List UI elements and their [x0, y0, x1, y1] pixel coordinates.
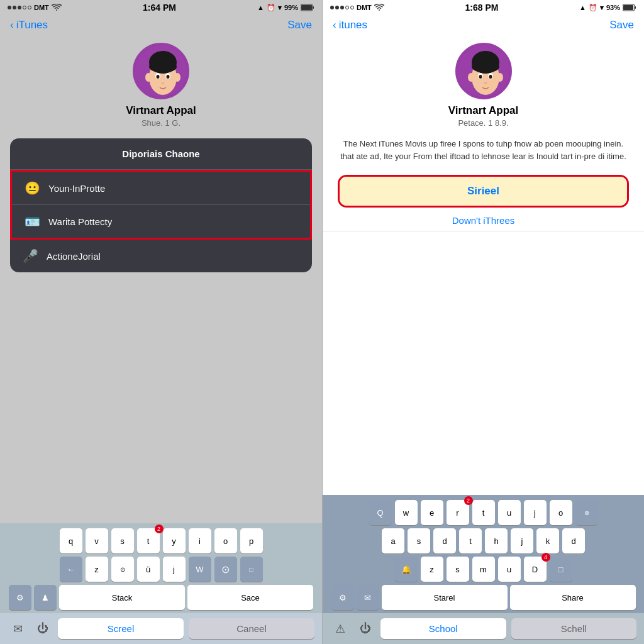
svg-point-11: [145, 73, 152, 82]
keyboard-right: Q w e r 2 t u j o ⊕ a s d t h j k d 🔔: [323, 495, 644, 613]
chevron-left-icon-right: ‹: [333, 19, 336, 31]
key-m-r[interactable]: m: [472, 557, 495, 582]
action-button-right[interactable]: Sirieel: [340, 177, 627, 206]
key-sace[interactable]: Sace: [187, 585, 313, 610]
modal-sheet-left: Diporiais Chaone 😐 Youn·InProtte 🪪 Warit…: [10, 138, 312, 272]
key-z-r[interactable]: z: [421, 557, 443, 582]
alarm-icon-right: ⏰: [589, 4, 597, 12]
location-icon-left: ▲: [257, 4, 264, 11]
action-button-highlight: Sirieel: [338, 175, 629, 208]
badge-t: 2: [155, 525, 164, 533]
schell-button[interactable]: Schell: [511, 618, 637, 639]
key-d2-r[interactable]: d: [562, 528, 585, 553]
key-rect-r[interactable]: □: [550, 557, 572, 582]
school-button[interactable]: School: [380, 618, 506, 639]
key-u2-r[interactable]: u: [498, 557, 521, 582]
alarm-icon-left: ⏰: [267, 4, 275, 12]
save-button-left[interactable]: Save: [287, 19, 312, 31]
bottom-bar-right: ⚠ ⏻ School Schell: [323, 613, 644, 644]
key-j-r[interactable]: j: [524, 500, 547, 525]
mail-icon-left[interactable]: ✉: [8, 619, 28, 639]
battery-right: 93%: [606, 4, 620, 11]
key-bell-r[interactable]: 🔔: [395, 557, 418, 582]
right-content: Virtnart Appal Petace. 1 8.9. The Next i…: [323, 35, 644, 495]
wifi-icon-left2: ▾: [278, 4, 282, 12]
profile-name-left: Virtnart Appal: [126, 104, 196, 117]
key-y[interactable]: y: [163, 528, 186, 553]
key-s-r[interactable]: s: [408, 528, 430, 553]
bottom-bar-left: ✉ ⏻ Screel Caneel: [0, 613, 322, 644]
key-person[interactable]: ♟: [34, 585, 57, 610]
key-q-r[interactable]: Q: [369, 500, 392, 525]
description-text-right: The Next iTunes Movis up firee I spons t…: [323, 133, 644, 167]
avatar-right: [455, 43, 512, 99]
key-i[interactable]: i: [189, 528, 211, 553]
key-empty[interactable]: □: [240, 557, 263, 582]
separator-right: [323, 231, 644, 231]
person-icon: 😐: [25, 180, 40, 196]
key-o-r[interactable]: o: [550, 500, 572, 525]
key-circle[interactable]: ⊙: [111, 557, 134, 582]
key-t-r[interactable]: t: [472, 500, 495, 525]
key-share[interactable]: Share: [510, 585, 636, 610]
svg-point-6: [149, 60, 177, 73]
nav-bar-left: ‹ iTunes Save: [0, 15, 322, 35]
key-s[interactable]: s: [111, 528, 134, 553]
power-icon-left[interactable]: ⏻: [33, 619, 53, 639]
back-button-left[interactable]: ‹ iTunes: [10, 19, 48, 31]
key-p[interactable]: p: [240, 528, 263, 553]
key-s2-r[interactable]: s: [447, 557, 469, 582]
screel-button[interactable]: Screel: [58, 618, 184, 639]
keyboard-left: q v s t 2 y i o p ← z ⊙ ü j W ⊙ □: [0, 523, 322, 613]
svg-point-25: [497, 73, 503, 82]
profile-name-right: Virtnart Appal: [448, 104, 518, 117]
key-a-r[interactable]: a: [382, 528, 404, 553]
key-gp[interactable]: ⊕: [575, 500, 598, 525]
key-gear[interactable]: ⚙: [9, 585, 31, 610]
key-u-r[interactable]: u: [498, 500, 521, 525]
warning-icon-right[interactable]: ⚠: [330, 619, 350, 639]
key-starel[interactable]: Starel: [382, 585, 508, 610]
status-bar-right: DMT 1:68 PM ▲ ⏰ ▾ 93%: [323, 0, 644, 15]
key-camera[interactable]: ⊙: [214, 557, 237, 582]
carrier-right: DMT: [357, 4, 372, 11]
back-label-right: itunes: [339, 19, 367, 31]
svg-point-12: [174, 73, 180, 82]
card-icon: 🪪: [25, 214, 40, 229]
profile-subtitle-right: Petace. 1 8.9.: [458, 118, 508, 128]
key-z[interactable]: z: [86, 557, 108, 582]
key-u-umlaut[interactable]: ü: [137, 557, 160, 582]
caneel-button[interactable]: Caneel: [189, 618, 314, 639]
key-o[interactable]: o: [214, 528, 237, 553]
key-t2-r[interactable]: t: [459, 528, 482, 553]
back-button-right[interactable]: ‹ itunes: [333, 19, 367, 31]
modal-option-2[interactable]: 🪪 Warita Pottecty: [12, 205, 310, 238]
key-d-r[interactable]: d: [433, 528, 456, 553]
profile-area-left: Virtnart Appal Shue. 1 G.: [0, 35, 322, 133]
key-h-r[interactable]: h: [485, 528, 508, 553]
chevron-left-icon: ‹: [10, 19, 14, 31]
modal-option-1[interactable]: 😐 Youn·InProtte: [12, 172, 310, 205]
key-j[interactable]: j: [163, 557, 186, 582]
back-label-left: iTunes: [16, 19, 48, 31]
key-gear-r[interactable]: ⚙: [331, 585, 354, 610]
svg-point-23: [489, 75, 492, 79]
power-icon-right[interactable]: ⏻: [355, 619, 375, 639]
secondary-link-right[interactable]: Down't iThrees: [323, 210, 644, 231]
key-q[interactable]: q: [60, 528, 82, 553]
key-j2-r[interactable]: j: [511, 528, 533, 553]
svg-rect-2: [301, 5, 312, 10]
key-k-r[interactable]: k: [536, 528, 559, 553]
save-button-right[interactable]: Save: [609, 19, 634, 31]
signal-dots-left: [8, 6, 31, 9]
key-w[interactable]: W: [189, 557, 211, 582]
modal-option-3[interactable]: 🎤 ActioneJorial: [10, 240, 312, 272]
key-w-r[interactable]: w: [395, 500, 418, 525]
key-v[interactable]: v: [86, 528, 108, 553]
svg-point-22: [479, 75, 482, 79]
key-mail-r[interactable]: ✉: [357, 585, 379, 610]
location-icon-right: ▲: [579, 4, 586, 11]
key-backspace-left[interactable]: ←: [60, 557, 82, 582]
key-e-r[interactable]: e: [421, 500, 443, 525]
key-stack[interactable]: Stack: [59, 585, 185, 610]
